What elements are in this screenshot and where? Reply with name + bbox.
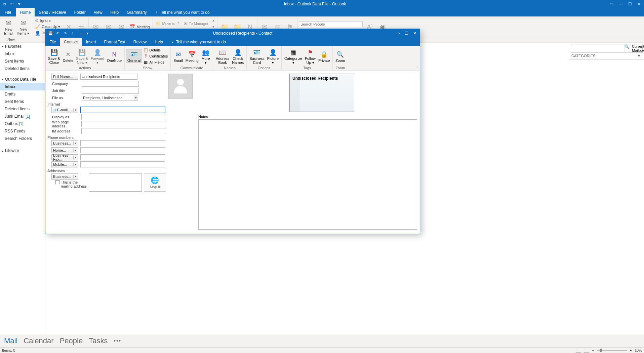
nav-calendar[interactable]: Calendar	[24, 337, 53, 345]
folder-deleted[interactable]: Deleted Items	[0, 105, 45, 113]
fav-deleted[interactable]: Deleted Items	[0, 65, 45, 72]
email-input[interactable]	[80, 107, 165, 113]
fileas-combo[interactable]: Recipients, Undisclosed	[82, 95, 138, 101]
search-scope-dropdown[interactable]: Current Mailbox▾	[630, 44, 644, 52]
phone-mobile-button[interactable]: Mobile...	[51, 161, 78, 167]
mailing-address-checkbox[interactable]	[55, 180, 59, 184]
filter-icon[interactable]: ▼	[636, 54, 642, 58]
more-comm-button[interactable]: 👥More ▾	[200, 47, 211, 65]
save-new-button[interactable]: 💾Save & New ▾	[75, 47, 89, 65]
webpage-input[interactable]	[81, 121, 166, 127]
forward-contact-button[interactable]: 👤Forward ▾	[89, 47, 106, 65]
undo-icon[interactable]: ↶	[55, 31, 60, 36]
contact-tab-file[interactable]: File	[45, 38, 60, 46]
save-close-button[interactable]: 💾Save & Close	[47, 47, 61, 65]
addressbook-button[interactable]: 📖Address Book	[214, 47, 231, 65]
phone-home-button[interactable]: Home...	[51, 147, 78, 153]
contact-tab-review[interactable]: Review	[129, 38, 151, 46]
contact-tab-contact[interactable]: Contact	[60, 38, 82, 46]
onenote-button[interactable]: NOneNote	[106, 49, 123, 63]
checknames-button[interactable]: 👤Check Names	[231, 47, 245, 65]
fav-inbox[interactable]: Inbox	[0, 50, 45, 57]
private-button[interactable]: 🔒Private	[317, 49, 331, 63]
tab-send-receive[interactable]: Send / Receive	[35, 8, 70, 16]
email-contact-button[interactable]: ✉Email	[172, 49, 184, 63]
maximize-icon[interactable]: ☐	[405, 31, 408, 36]
details-button[interactable]: 📋Details	[143, 47, 168, 53]
contact-photo[interactable]	[168, 74, 193, 99]
im-input[interactable]	[81, 128, 166, 134]
phone-fax-button[interactable]: Business Fax...	[51, 154, 78, 160]
fullname-button[interactable]: Full Name...	[51, 74, 78, 80]
collapse-ribbon-icon[interactable]: ˄	[417, 66, 418, 70]
delete-contact-button[interactable]: ✕Delete	[61, 49, 75, 63]
business-card-preview[interactable]: Undisclosed Recipients	[289, 74, 354, 112]
contact-tab-help[interactable]: Help	[151, 38, 167, 46]
quickstep-moveto[interactable]: 📁Move to: ?	[154, 21, 181, 27]
fullname-input[interactable]	[80, 74, 137, 80]
close-icon[interactable]: ✕	[637, 2, 641, 6]
ribbon-display-icon[interactable]: ▭	[396, 31, 400, 36]
tab-home[interactable]: Home	[16, 8, 35, 16]
zoom-level[interactable]: 10%	[635, 348, 642, 352]
general-view-button[interactable]: 🪪General	[126, 49, 142, 63]
redo-icon[interactable]: ↷	[63, 31, 68, 36]
close-icon[interactable]: ✕	[413, 31, 416, 36]
ribbon-display-icon[interactable]: ▭	[610, 2, 613, 6]
folder-junk[interactable]: Junk Email [1]	[0, 113, 45, 120]
search-icon[interactable]: 🔍	[624, 44, 630, 52]
contact-tellme[interactable]: ♀Tell me what you want to do	[167, 38, 230, 46]
folder-drafts[interactable]: Drafts	[0, 90, 45, 98]
categorize-button[interactable]: ▦Categorize ▾	[283, 47, 304, 65]
picture-button[interactable]: 👤Picture ▾	[266, 47, 280, 65]
tab-grammarly[interactable]: Grammarly	[123, 8, 151, 16]
nav-tasks[interactable]: Tasks	[89, 337, 108, 345]
displayas-input[interactable]	[81, 114, 166, 120]
phone-business-input[interactable]	[80, 140, 165, 146]
folder-outbox[interactable]: Outbox [1]	[0, 120, 45, 127]
categories-column-header[interactable]: CATEGORIES	[571, 54, 595, 58]
folder-sent[interactable]: Sent Items	[0, 98, 45, 105]
save-icon[interactable]: 💾	[48, 31, 53, 36]
zoom-slider[interactable]	[597, 350, 627, 351]
tell-me-search[interactable]: ♀Tell me what you want to do	[151, 8, 214, 16]
followup-button[interactable]: ⚑Follow Up ▾	[304, 47, 317, 65]
address-business-button[interactable]: Business...	[51, 173, 78, 180]
folder-rss[interactable]: RSS Feeds	[0, 127, 45, 135]
minimize-icon[interactable]: —	[619, 2, 623, 6]
zoom-in-icon[interactable]: +	[630, 348, 632, 352]
ignore-button[interactable]: ⊘Ignore	[34, 17, 62, 24]
folder-lifewire[interactable]: Lifewire	[0, 147, 45, 155]
maximize-icon[interactable]: ☐	[628, 2, 632, 6]
new-email-button[interactable]: ✉New Email	[3, 18, 15, 35]
undo-icon[interactable]: ↶	[9, 2, 14, 6]
phone-fax-input[interactable]	[80, 154, 165, 160]
prev-item-icon[interactable]: ↑	[70, 31, 75, 36]
jobtitle-input[interactable]	[82, 88, 139, 94]
folder-inbox[interactable]: Inbox	[0, 83, 45, 90]
meeting-contact-button[interactable]: 📅Meeting	[184, 49, 200, 63]
qat-customize-icon[interactable]: ▾	[85, 31, 90, 36]
company-input[interactable]	[82, 81, 139, 87]
datafile-header[interactable]: Outlook Data File	[0, 76, 45, 83]
contact-tab-insert[interactable]: Insert	[82, 38, 100, 46]
notes-input[interactable]	[198, 119, 417, 230]
zoom-out-icon[interactable]: −	[592, 348, 594, 352]
nav-people[interactable]: People	[60, 337, 83, 345]
next-item-icon[interactable]: ↓	[78, 31, 82, 36]
contact-tab-format[interactable]: Format Text	[100, 38, 129, 46]
new-items-button[interactable]: ✉New Items ▾	[16, 18, 31, 35]
nav-more-icon[interactable]: •••	[114, 338, 121, 344]
allfields-button[interactable]: ▦All Fields	[143, 59, 168, 65]
qat-customize-icon[interactable]: ▾	[17, 2, 22, 6]
email-type-button[interactable]: 📧 E-mail...	[51, 107, 78, 113]
view-normal-icon[interactable]	[576, 348, 581, 353]
view-reading-icon[interactable]	[584, 348, 589, 353]
phone-business-button[interactable]: Business...	[51, 140, 78, 146]
quickstep-tomanager[interactable]: ✉To Manager	[183, 21, 210, 27]
tab-help[interactable]: Help	[107, 8, 123, 16]
search-mailbox-input[interactable]	[571, 44, 624, 52]
fav-sent[interactable]: Sent Items	[0, 57, 45, 65]
businesscard-button[interactable]: 🪪Business Card	[248, 47, 266, 65]
certificates-button[interactable]: 🎖Certificates	[143, 53, 168, 59]
